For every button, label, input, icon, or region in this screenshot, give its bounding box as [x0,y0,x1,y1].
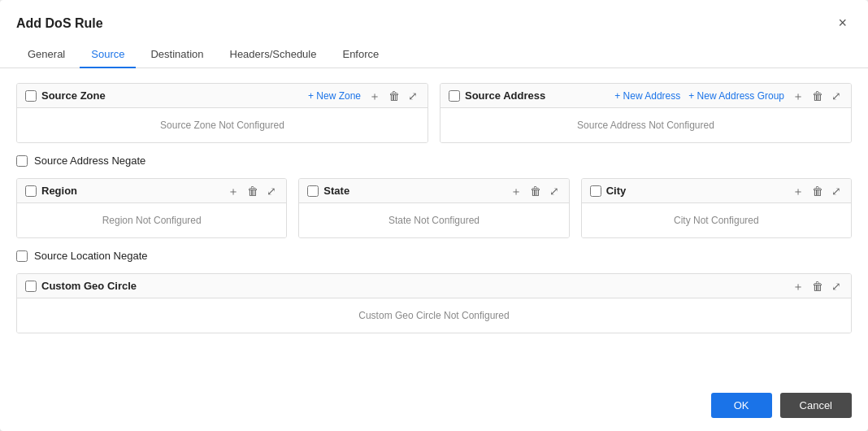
tab-enforce[interactable]: Enforce [331,41,390,68]
source-address-empty-msg: Source Address Not Configured [577,120,714,131]
source-address-title: Source Address [465,89,608,102]
custom-geo-circle-title: Custom Geo Circle [41,280,786,292]
expand-city-button[interactable]: ⤢ [830,185,843,197]
source-zone-empty-msg: Source Zone Not Configured [160,120,284,131]
dialog-body: Source Zone + New Zone ＋ 🗑 ⤢ Source Zone… [0,68,868,385]
ok-button[interactable]: OK [711,393,772,418]
tab-bar: General Source Destination Headers/Sched… [0,33,868,68]
region-actions: ＋ 🗑 ⤢ [226,185,278,197]
tab-general[interactable]: General [16,41,76,68]
close-button[interactable]: × [833,13,852,33]
row-zone-address: Source Zone + New Zone ＋ 🗑 ⤢ Source Zone… [16,83,852,143]
source-zone-header: Source Zone + New Zone ＋ 🗑 ⤢ [17,84,427,108]
expand-address-icon-button[interactable]: ⤢ [830,90,843,102]
source-address-checkbox[interactable] [449,90,460,102]
delete-region-button[interactable]: 🗑 [245,185,260,197]
add-geo-circle-button[interactable]: ＋ [791,281,805,292]
region-header: Region ＋ 🗑 ⤢ [17,179,286,203]
custom-geo-circle-panel: Custom Geo Circle ＋ 🗑 ⤢ Custom Geo Circl… [16,273,852,333]
custom-geo-circle-checkbox[interactable] [25,281,37,292]
delete-city-button[interactable]: 🗑 [810,185,825,197]
dialog-footer: OK Cancel [0,385,868,431]
region-empty-msg: Region Not Configured [102,215,202,226]
source-address-negate-label: Source Address Negate [34,155,145,167]
source-location-negate-label: Source Location Negate [34,250,147,262]
dialog-header: Add DoS Rule × [0,0,868,33]
city-panel: City ＋ 🗑 ⤢ City Not Configured [581,178,852,238]
add-zone-icon-button[interactable]: ＋ [367,90,382,102]
city-body: City Not Configured [582,203,851,237]
custom-geo-circle-header: Custom Geo Circle ＋ 🗑 ⤢ [17,274,851,298]
row-region-state-city: Region ＋ 🗑 ⤢ Region Not Configured State [16,178,852,238]
source-location-negate-row: Source Location Negate [16,248,852,263]
custom-geo-circle-empty-msg: Custom Geo Circle Not Configured [358,310,509,321]
delete-zone-icon-button[interactable]: 🗑 [387,90,401,102]
tab-destination[interactable]: Destination [139,41,215,68]
add-city-button[interactable]: ＋ [791,185,805,197]
new-zone-button[interactable]: + New Zone [306,90,362,102]
city-actions: ＋ 🗑 ⤢ [791,185,843,197]
expand-state-button[interactable]: ⤢ [548,185,561,197]
city-checkbox[interactable] [590,185,601,197]
source-zone-actions: + New Zone ＋ 🗑 ⤢ [306,90,419,102]
source-address-header: Source Address + New Address + New Addre… [441,84,851,108]
add-region-button[interactable]: ＋ [226,185,241,197]
tab-headers-schedule[interactable]: Headers/Schedule [219,41,328,68]
custom-geo-circle-body: Custom Geo Circle Not Configured [17,298,851,333]
source-address-negate-row: Source Address Negate [16,153,852,168]
source-address-body: Source Address Not Configured [441,108,851,142]
delete-address-icon-button[interactable]: 🗑 [810,90,825,102]
city-empty-msg: City Not Configured [674,215,759,226]
add-dos-rule-dialog: Add DoS Rule × General Source Destinatio… [0,0,868,431]
source-zone-panel: Source Zone + New Zone ＋ 🗑 ⤢ Source Zone… [16,83,428,143]
source-zone-body: Source Zone Not Configured [17,108,427,142]
state-body: State Not Configured [299,203,568,237]
source-zone-checkbox[interactable] [25,90,37,102]
custom-geo-circle-actions: ＋ 🗑 ⤢ [791,281,843,292]
dialog-title: Add DoS Rule [16,16,103,31]
cancel-button[interactable]: Cancel [780,393,852,418]
source-address-negate-checkbox[interactable] [16,155,28,167]
state-empty-msg: State Not Configured [388,215,480,226]
delete-state-button[interactable]: 🗑 [528,185,543,197]
state-actions: ＋ 🗑 ⤢ [509,185,561,197]
city-header: City ＋ 🗑 ⤢ [582,179,851,203]
new-address-group-button[interactable]: + New Address Group [687,90,786,102]
tab-source[interactable]: Source [80,41,136,68]
state-checkbox[interactable] [307,185,319,197]
add-address-icon-button[interactable]: ＋ [791,90,805,102]
city-title: City [606,185,786,197]
state-header: State ＋ 🗑 ⤢ [299,179,568,203]
region-title: Region [41,185,221,197]
state-title: State [323,185,503,197]
state-panel: State ＋ 🗑 ⤢ State Not Configured [298,178,569,238]
new-address-button[interactable]: + New Address [613,90,682,102]
delete-geo-circle-button[interactable]: 🗑 [810,281,825,292]
region-panel: Region ＋ 🗑 ⤢ Region Not Configured [16,178,287,238]
source-location-negate-checkbox[interactable] [16,250,28,262]
add-state-button[interactable]: ＋ [509,185,523,197]
expand-geo-circle-button[interactable]: ⤢ [830,281,843,292]
region-checkbox[interactable] [25,185,37,197]
expand-zone-icon-button[interactable]: ⤢ [406,90,419,102]
expand-region-button[interactable]: ⤢ [265,185,278,197]
source-address-actions: + New Address + New Address Group ＋ 🗑 ⤢ [613,90,843,102]
source-address-panel: Source Address + New Address + New Addre… [440,83,852,143]
region-body: Region Not Configured [17,203,286,237]
source-zone-title: Source Zone [41,89,302,102]
